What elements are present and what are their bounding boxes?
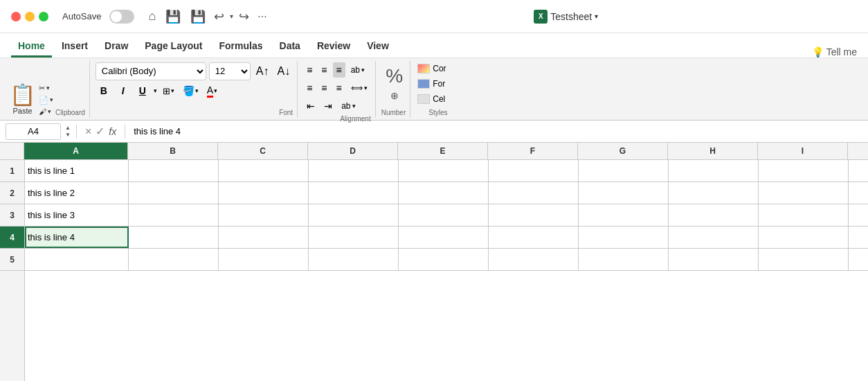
align-middle-button[interactable]: ≡ (318, 62, 330, 78)
conditional-formatting-item[interactable]: Cor (416, 62, 447, 75)
cell-G3[interactable] (579, 204, 669, 226)
cell-E4[interactable] (399, 227, 489, 248)
borders-button[interactable]: ⊞ ▾ (160, 85, 177, 98)
wrap-text-button[interactable]: ab ▾ (347, 62, 368, 78)
font-family-select[interactable]: Calibri (Body) (96, 62, 206, 80)
format-as-table-item[interactable]: For (416, 78, 447, 90)
redo-button[interactable]: ↪ (239, 9, 249, 24)
home-icon[interactable]: ⌂ (148, 9, 156, 24)
cell-I2[interactable] (759, 182, 849, 204)
cell-H5[interactable] (669, 249, 759, 270)
align-top-button[interactable]: ≡ (303, 62, 316, 78)
col-header-C[interactable]: C (218, 143, 308, 159)
font-shrink-button[interactable]: A↓ (274, 65, 293, 78)
cell-E2[interactable] (399, 182, 489, 204)
tab-data[interactable]: Data (273, 36, 307, 57)
cut-button[interactable]: ✂ ▾ (37, 83, 55, 94)
formula-confirm-button[interactable]: ✓ (96, 125, 105, 138)
cell-ref-up-arrow[interactable]: ▲ (65, 125, 71, 132)
select-all-button[interactable] (0, 143, 24, 159)
font-color-button[interactable]: A ▾ (204, 83, 220, 99)
undo-dropdown[interactable]: ▾ (230, 12, 233, 20)
cell-I4[interactable] (759, 227, 849, 248)
undo-button[interactable]: ↩ (214, 9, 224, 24)
cell-F5[interactable] (489, 249, 579, 270)
col-header-D[interactable]: D (308, 143, 398, 159)
align-right-button[interactable]: ≡ (333, 80, 345, 96)
autosave-toggle[interactable] (109, 10, 134, 24)
cell-D5[interactable] (309, 249, 399, 270)
tab-page-layout[interactable]: Page Layout (138, 36, 209, 57)
row-header-4[interactable]: 4 (0, 227, 24, 249)
align-center-button[interactable]: ≡ (318, 80, 330, 96)
cell-styles-item[interactable]: Cel (416, 93, 447, 105)
cell-G2[interactable] (579, 182, 669, 204)
tab-home[interactable]: Home (11, 36, 52, 57)
tab-review[interactable]: Review (310, 36, 357, 57)
cell-A2[interactable]: this is line 2 (25, 182, 129, 204)
cell-H4[interactable] (669, 227, 759, 248)
font-size-select[interactable]: 12 (209, 62, 251, 80)
tab-formulas[interactable]: Formulas (213, 36, 270, 57)
formula-cancel-button[interactable]: × (85, 125, 91, 138)
cell-H2[interactable] (669, 182, 759, 204)
cell-C2[interactable] (219, 182, 309, 204)
cell-E1[interactable] (399, 160, 489, 181)
cell-C5[interactable] (219, 249, 309, 270)
cell-E5[interactable] (399, 249, 489, 270)
cell-B2[interactable] (129, 182, 219, 204)
row-header-3[interactable]: 3 (0, 204, 24, 227)
workbook-chevron[interactable]: ▾ (595, 12, 598, 20)
save-icon[interactable]: 💾 (165, 9, 181, 24)
col-header-H[interactable]: H (668, 143, 758, 159)
minimize-button[interactable] (25, 12, 35, 21)
col-header-E[interactable]: E (398, 143, 488, 159)
italic-button[interactable]: I (115, 84, 132, 98)
cell-D2[interactable] (309, 182, 399, 204)
row-header-1[interactable]: 1 (0, 160, 24, 182)
cell-F4[interactable] (489, 227, 579, 248)
maximize-button[interactable] (39, 12, 48, 21)
cell-D1[interactable] (309, 160, 399, 181)
cell-H1[interactable] (669, 160, 759, 181)
cell-I5[interactable] (759, 249, 849, 270)
fill-color-button[interactable]: 🪣 ▾ (180, 84, 201, 98)
cell-I3[interactable] (759, 204, 849, 226)
cell-B3[interactable] (129, 204, 219, 226)
cell-B5[interactable] (129, 249, 219, 270)
cell-E3[interactable] (399, 204, 489, 226)
tab-insert[interactable]: Insert (55, 36, 95, 57)
tab-draw[interactable]: Draw (98, 36, 135, 57)
cell-D3[interactable] (309, 204, 399, 226)
copy-button[interactable]: 📄 ▾ (37, 95, 55, 105)
cell-ref-value[interactable]: A4 (28, 126, 39, 136)
underline-chevron[interactable]: ▾ (154, 87, 157, 94)
formula-fx-button[interactable]: fx (109, 126, 116, 137)
bold-button[interactable]: B (96, 84, 112, 98)
decrease-indent-button[interactable]: ⇤ (303, 98, 318, 114)
col-header-F[interactable]: F (488, 143, 578, 159)
row-header-5[interactable]: 5 (0, 249, 24, 271)
cell-ref-down-arrow[interactable]: ▼ (65, 132, 71, 139)
cell-A1[interactable]: this is line 1 (25, 160, 129, 181)
cell-G4[interactable] (579, 227, 669, 248)
align-left-button[interactable]: ≡ (303, 80, 316, 96)
cell-I1[interactable] (759, 160, 849, 181)
cell-A3[interactable]: this is line 3 (25, 204, 129, 226)
close-button[interactable] (11, 12, 21, 21)
orientation-button[interactable]: ab ▾ (338, 98, 359, 114)
cell-B4[interactable] (129, 227, 219, 248)
formula-input[interactable] (131, 126, 862, 136)
col-header-B[interactable]: B (128, 143, 218, 159)
col-header-A[interactable]: A (24, 143, 128, 159)
cell-C1[interactable] (219, 160, 309, 181)
increase-indent-button[interactable]: ⇥ (320, 98, 336, 114)
format-painter-button[interactable]: 🖌 ▾ (37, 107, 55, 116)
save-as-icon[interactable]: 💾 (190, 9, 206, 24)
cell-G5[interactable] (579, 249, 669, 270)
merge-center-button[interactable]: ⟺ ▾ (347, 80, 371, 96)
col-header-I[interactable]: I (758, 143, 848, 159)
font-grow-button[interactable]: A↑ (253, 65, 272, 78)
more-button[interactable]: ··· (257, 10, 266, 23)
cell-B1[interactable] (129, 160, 219, 181)
